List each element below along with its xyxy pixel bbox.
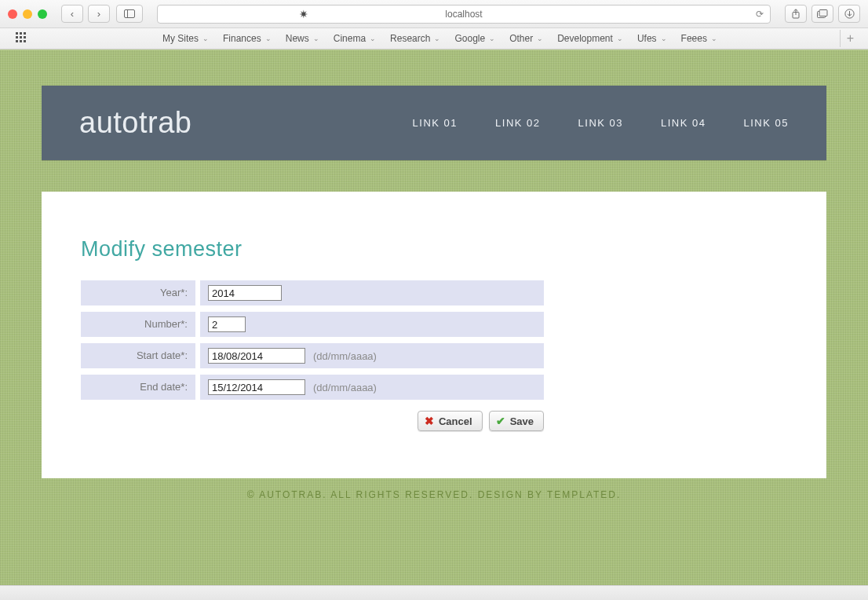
new-tab-button[interactable]: + <box>840 30 860 47</box>
chevron-down-icon: ⌄ <box>661 35 667 42</box>
bookmark-item[interactable]: Other⌄ <box>502 33 550 44</box>
bookmark-item[interactable]: Finances⌄ <box>216 33 279 44</box>
label-start-date: Start date*: <box>81 343 195 368</box>
chevron-down-icon: ⌄ <box>617 35 623 42</box>
sidebar-button[interactable] <box>116 5 143 23</box>
nav-link[interactable]: LINK 02 <box>495 117 540 129</box>
footer-prefix: © AUTOTRAB. ALL RIGHTS RESERVED. DESIGN … <box>247 489 547 500</box>
chevron-down-icon: ⌄ <box>489 35 495 42</box>
nav-link[interactable]: LINK 01 <box>413 117 458 129</box>
close-window-icon[interactable] <box>8 9 17 19</box>
footer-suffix: . <box>617 489 621 500</box>
apps-icon[interactable] <box>16 32 28 45</box>
bookmark-item[interactable]: Ufes⌄ <box>630 33 674 44</box>
label-year: Year*: <box>81 280 195 305</box>
cancel-label: Cancel <box>439 415 472 427</box>
end-date-field[interactable] <box>208 379 305 395</box>
tabs-button[interactable] <box>811 5 833 23</box>
cancel-icon: ✖ <box>425 415 434 427</box>
window-controls <box>8 9 47 19</box>
nav-link[interactable]: LINK 04 <box>661 117 706 129</box>
address-text: localhost <box>445 9 482 20</box>
chevron-down-icon: ⌄ <box>434 35 440 42</box>
footer: © AUTOTRAB. ALL RIGHTS RESERVED. DESIGN … <box>0 489 868 500</box>
site-header: autotrab LINK 01LINK 02LINK 03LINK 04LIN… <box>42 86 826 160</box>
label-number: Number*: <box>81 312 195 337</box>
site-title: autotrab <box>79 106 191 140</box>
bookmarks-bar: My Sites⌄Finances⌄News⌄Cinema⌄Research⌄G… <box>0 28 868 49</box>
zoom-window-icon[interactable] <box>38 9 47 19</box>
svg-rect-0 <box>125 10 135 18</box>
forward-button[interactable]: › <box>88 5 110 23</box>
footer-link[interactable]: TEMPLATED <box>547 489 617 500</box>
reload-icon[interactable]: ⟳ <box>756 9 764 20</box>
page-heading: Modify semester <box>81 237 787 262</box>
bookmark-item[interactable]: Cinema⌄ <box>326 33 383 44</box>
chevron-down-icon: ⌄ <box>537 35 543 42</box>
site-settings-icon[interactable]: ✷ <box>299 8 308 20</box>
browser-toolbar: ‹ › ✷ localhost ⟳ <box>0 0 868 28</box>
start-date-hint: (dd/mm/aaaa) <box>313 350 377 362</box>
page-body: autotrab LINK 01LINK 02LINK 03LINK 04LIN… <box>0 49 868 600</box>
cancel-button[interactable]: ✖ Cancel <box>418 411 483 431</box>
year-field[interactable] <box>208 285 282 301</box>
nav-link[interactable]: LINK 05 <box>744 117 789 129</box>
bookmark-item[interactable]: Development⌄ <box>550 33 630 44</box>
downloads-button[interactable] <box>838 5 860 23</box>
site-nav: LINK 01LINK 02LINK 03LINK 04LINK 05 <box>413 117 789 129</box>
save-label: Save <box>510 415 534 427</box>
svg-rect-4 <box>819 10 827 16</box>
end-date-hint: (dd/mm/aaaa) <box>313 382 377 393</box>
chevron-down-icon: ⌄ <box>370 35 376 42</box>
bookmark-item[interactable]: Feees⌄ <box>674 33 724 44</box>
chevron-down-icon: ⌄ <box>202 35 209 42</box>
back-button[interactable]: ‹ <box>61 5 83 23</box>
check-icon: ✔ <box>496 415 505 427</box>
address-bar[interactable]: ✷ localhost ⟳ <box>157 5 771 24</box>
number-field[interactable] <box>208 316 246 332</box>
label-end-date: End date*: <box>81 375 195 400</box>
chevron-down-icon: ⌄ <box>711 35 717 42</box>
minimize-window-icon[interactable] <box>23 9 32 19</box>
bookmark-item[interactable]: Google⌄ <box>447 33 502 44</box>
bookmark-item[interactable]: News⌄ <box>279 33 326 44</box>
share-button[interactable] <box>785 5 807 23</box>
bookmark-item[interactable]: My Sites⌄ <box>155 33 216 44</box>
save-button[interactable]: ✔ Save <box>489 411 544 431</box>
bookmark-item[interactable]: Research⌄ <box>383 33 447 44</box>
nav-link[interactable]: LINK 03 <box>578 117 623 129</box>
content-card: Modify semester Year*: Number*: Start da… <box>42 192 826 478</box>
chevron-down-icon: ⌄ <box>265 35 272 42</box>
chevron-down-icon: ⌄ <box>313 35 319 42</box>
start-date-field[interactable] <box>208 348 305 364</box>
